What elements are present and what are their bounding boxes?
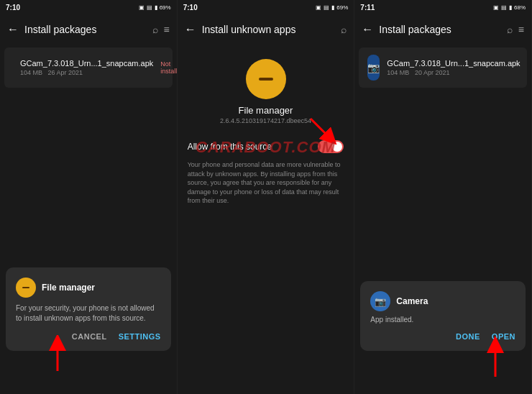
- installed-actions: DONE OPEN: [370, 332, 515, 341]
- wifi-icon-2: ▤: [324, 4, 329, 11]
- signal-icon-2: ▣: [316, 4, 321, 11]
- unknown-app-name: File manager: [178, 105, 354, 116]
- settings-button[interactable]: SETTINGS: [119, 332, 161, 341]
- search-icon-1[interactable]: ⌕: [152, 24, 158, 35]
- camera-dialog-icon: 📷: [370, 291, 390, 311]
- dialog-title-1: File manager: [42, 283, 95, 293]
- status-icons-1: ▣ ▤ ▮ 69%: [139, 4, 171, 11]
- menu-icon-1[interactable]: ≡: [164, 24, 170, 35]
- toggle-allow-source[interactable]: [318, 140, 344, 153]
- unknown-app-version: 2.6.4.5.210319174217.dbeec54: [178, 117, 354, 124]
- dialog-app-icon-inner-1: [22, 287, 29, 288]
- allow-source-label: Allow from this source: [188, 142, 272, 152]
- nav-bar-3: ← Install packages ⌕ ≡: [354, 14, 531, 45]
- search-icon-3[interactable]: ⌕: [507, 24, 513, 35]
- app-status-1: Not installed: [160, 60, 177, 75]
- battery-text-1: 69%: [160, 4, 171, 11]
- dialog-header-1: File manager: [16, 278, 161, 298]
- app-date-2: 20 Apr 2021: [415, 69, 450, 76]
- app-size-1: 104 MB: [20, 69, 42, 76]
- status-time-2: 7:10: [183, 4, 198, 12]
- nav-title-3: Install packages: [379, 24, 501, 35]
- back-button-1[interactable]: ←: [7, 23, 19, 36]
- wifi-icon-3: ▤: [501, 4, 507, 11]
- status-icons-2: ▣ ▤ ▮ 69%: [316, 4, 348, 11]
- installed-message: App installed.: [370, 316, 515, 324]
- panel-install-packages-2: 7:11 ▣ ▤ ▮ 68% ← Install packages ⌕ ≡ 📷 …: [354, 0, 532, 394]
- panel-install-packages-1: 7:10 ▣ ▤ ▮ 69% ← Install packages ⌕ ≡ 📷 …: [0, 0, 178, 394]
- installed-header: 📷 Camera: [370, 291, 515, 311]
- allow-source-row: Allow from this source: [178, 130, 354, 160]
- status-bar-1: 7:10 ▣ ▤ ▮ 69%: [0, 0, 177, 14]
- unknown-app-icon: [246, 59, 286, 99]
- file-manager-dialog: File manager For your security, your pho…: [6, 267, 171, 351]
- allow-source-desc: Your phone and personal data are more vu…: [178, 160, 354, 206]
- panel-install-unknown: 7:10 ▣ ▤ ▮ 69% ← Install unknown apps ⌕ …: [178, 0, 355, 394]
- back-button-3[interactable]: ←: [362, 23, 373, 36]
- back-button-2[interactable]: ←: [185, 23, 196, 36]
- battery-icon-1: ▮: [155, 4, 157, 11]
- app-info-2: GCam_7.3.018_Urn...1_snapcam.apk 104 MB …: [387, 59, 520, 76]
- dialog-body-1: For your security, your phone is not all…: [16, 303, 161, 324]
- app-meta-1: 104 MB 26 Apr 2021: [20, 69, 153, 76]
- status-icons-3: ▣ ▤ ▮ 68%: [493, 4, 526, 11]
- unknown-app-icon-inner: [259, 78, 273, 81]
- app-name-2: GCam_7.3.018_Urn...1_snapcam.apk: [387, 59, 520, 68]
- dialog-actions-1: CANCEL SETTINGS: [16, 332, 161, 341]
- app-date-1: 26 Apr 2021: [48, 69, 83, 76]
- battery-text-3: 68%: [514, 4, 526, 11]
- status-time-1: 7:10: [6, 4, 20, 12]
- nav-title-1: Install packages: [24, 24, 147, 35]
- wifi-icon-1: ▤: [147, 4, 152, 11]
- open-button[interactable]: OPEN: [492, 332, 515, 341]
- battery-icon-2: ▮: [331, 4, 334, 11]
- status-bar-2: 7:10 ▣ ▤ ▮ 69%: [178, 0, 354, 14]
- app-list-item-1[interactable]: 📷 GCam_7.3.018_Urn...1_snapcam.apk 104 M…: [4, 47, 173, 88]
- signal-icon-3: ▣: [493, 4, 499, 11]
- app-meta-2: 104 MB 20 Apr 2021: [387, 69, 520, 76]
- camera-icon-glyph: 📷: [375, 296, 386, 307]
- dialog-app-icon-1: [16, 278, 36, 298]
- app-name-1: GCam_7.3.018_Urn...1_snapcam.apk: [20, 59, 153, 68]
- installed-title: Camera: [396, 296, 428, 306]
- battery-text-2: 69%: [336, 4, 348, 11]
- battery-icon-3: ▮: [509, 4, 512, 11]
- search-icon-2[interactable]: ⌕: [341, 24, 347, 35]
- menu-icon-3[interactable]: ≡: [518, 24, 524, 35]
- nav-bar-1: ← Install packages ⌕ ≡: [0, 14, 177, 45]
- app-info-1: GCam_7.3.018_Urn...1_snapcam.apk 104 MB …: [20, 59, 153, 76]
- camera-installed-dialog: 📷 Camera App installed. DONE OPEN: [360, 281, 526, 351]
- status-time-3: 7:11: [360, 4, 375, 12]
- status-bar-3: 7:11 ▣ ▤ ▮ 68%: [354, 0, 531, 14]
- app-list-item-2[interactable]: 📷 GCam_7.3.018_Urn...1_snapcam.apk 104 M…: [359, 47, 527, 88]
- toggle-knob: [332, 142, 342, 152]
- nav-bar-2: ← Install unknown apps ⌕: [178, 14, 354, 45]
- signal-icon-1: ▣: [139, 4, 145, 11]
- app-size-2: 104 MB: [387, 69, 409, 76]
- cancel-button[interactable]: CANCEL: [72, 332, 107, 341]
- nav-title-2: Install unknown apps: [202, 24, 336, 35]
- done-button[interactable]: DONE: [456, 332, 480, 341]
- app-icon-2: 📷: [367, 55, 380, 81]
